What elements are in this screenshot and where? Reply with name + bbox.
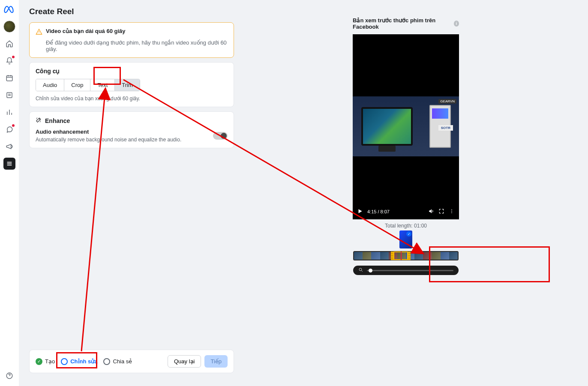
- step-share: Chia sẻ: [103, 358, 132, 365]
- svg-point-6: [359, 268, 362, 271]
- tab-audio[interactable]: Audio: [36, 79, 64, 91]
- svg-point-4: [451, 211, 452, 212]
- tab-trim[interactable]: Trim: [115, 79, 140, 91]
- tools-card: Công cụ Audio Crop Text Trim Chỉnh sửa v…: [29, 62, 234, 107]
- warning-title: Video của bạn dài quá 60 giây: [46, 28, 126, 34]
- svg-point-3: [451, 209, 452, 210]
- menu-icon[interactable]: [3, 158, 15, 170]
- enhance-card: Enhance Audio enhancement Automatically …: [29, 111, 234, 148]
- help-icon[interactable]: [3, 370, 15, 382]
- svg-rect-0: [6, 76, 12, 81]
- next-button[interactable]: Tiếp: [204, 355, 228, 368]
- more-icon[interactable]: [449, 208, 455, 215]
- svg-point-5: [451, 212, 452, 213]
- preview-header: Bản xem trước thước phim trên Facebook i: [353, 17, 459, 30]
- cover-thumbnail[interactable]: [399, 230, 412, 248]
- total-length-label: Total length: 01:00: [385, 223, 427, 229]
- bell-icon[interactable]: [3, 55, 15, 67]
- playhead[interactable]: [401, 251, 402, 260]
- main-column: Create Reel Video của bạn dài quá 60 giâ…: [19, 0, 241, 386]
- zoom-icon: [358, 267, 363, 274]
- warning-icon: [36, 28, 42, 37]
- step-edit: Chỉnh sửa: [61, 358, 97, 365]
- enhance-item-label: Audio enhancement: [36, 129, 181, 135]
- zoom-slider[interactable]: [353, 266, 459, 275]
- volume-icon[interactable]: [428, 208, 434, 215]
- trim-timeline[interactable]: [353, 251, 459, 260]
- meta-logo[interactable]: [3, 3, 15, 15]
- step-pending-icon: [103, 358, 110, 365]
- sotr-badge: SOTR: [438, 125, 453, 131]
- tool-tabs: Audio Crop Text Trim: [36, 79, 140, 91]
- preview-column: Bản xem trước thước phim trên Facebook i…: [241, 0, 588, 386]
- footer-stepper: ✓ Tạo Chỉnh sửa Chia sẻ Quay lại Tiếp: [29, 350, 234, 373]
- enhance-item-desc: Automatically remove background noise an…: [36, 137, 181, 143]
- video-time: 4:15 / 8:07: [367, 209, 390, 214]
- avatar[interactable]: [3, 21, 15, 33]
- video-preview[interactable]: GEARVN SOTR 4:15 / 8:07: [353, 34, 459, 219]
- enhance-title: Enhance: [45, 117, 70, 124]
- step-current-icon: [61, 358, 68, 365]
- gearvn-badge: GEARVN: [438, 99, 456, 104]
- home-icon[interactable]: [3, 38, 15, 50]
- play-icon[interactable]: [357, 208, 363, 215]
- tab-crop[interactable]: Crop: [64, 79, 90, 91]
- tab-text[interactable]: Text: [90, 79, 115, 91]
- info-icon[interactable]: i: [454, 21, 459, 27]
- insights-icon[interactable]: [3, 106, 15, 118]
- check-icon: ✓: [36, 358, 42, 365]
- preview-monitor-graphic: [361, 107, 413, 146]
- zoom-thumb[interactable]: [369, 269, 372, 272]
- trim-handle-right[interactable]: [408, 251, 411, 260]
- back-button[interactable]: Quay lại: [168, 355, 201, 368]
- warning-card: Video của bạn dài quá 60 giây Để đăng vi…: [29, 22, 234, 58]
- page-title: Create Reel: [29, 7, 234, 16]
- step-create: ✓ Tạo: [36, 358, 55, 365]
- calendar-icon[interactable]: [3, 72, 15, 84]
- warning-desc: Để đăng video dưới dạng thước phim, hãy …: [46, 39, 228, 52]
- megaphone-icon[interactable]: [3, 141, 15, 153]
- posts-icon[interactable]: [3, 89, 15, 101]
- fullscreen-icon[interactable]: [438, 208, 444, 215]
- audio-enhance-toggle[interactable]: [213, 132, 228, 140]
- tools-desc: Chỉnh sửa video của bạn xuống dưới 60 gi…: [36, 96, 228, 102]
- comment-icon[interactable]: [3, 123, 15, 135]
- left-nav-rail: [0, 0, 19, 386]
- tools-title: Công cụ: [36, 68, 228, 75]
- wand-icon: [36, 117, 42, 124]
- video-controls: 4:15 / 8:07: [353, 204, 459, 219]
